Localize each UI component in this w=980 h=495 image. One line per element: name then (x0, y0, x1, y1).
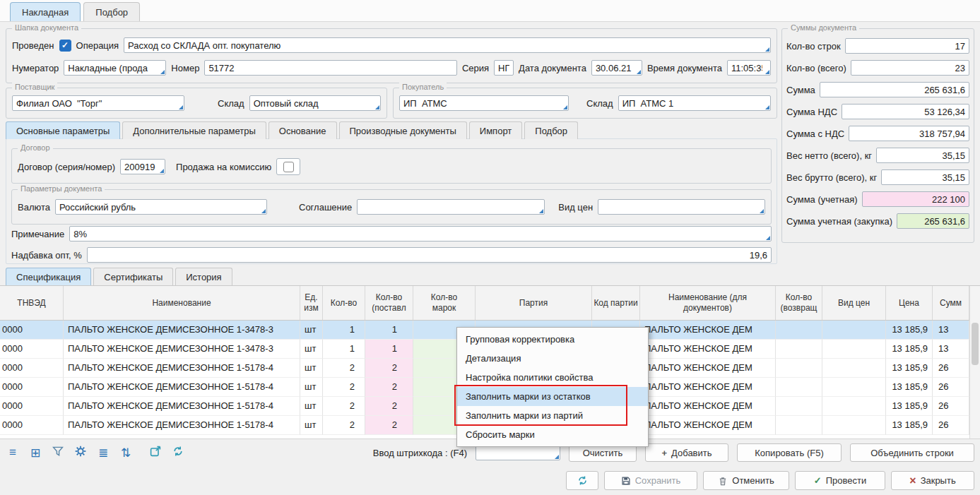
table-cell[interactable]: шт (300, 321, 323, 340)
context-menu-item[interactable]: Заполнить марки из партий (457, 406, 648, 425)
tab-certificates[interactable]: Сертификаты (93, 268, 173, 285)
vertical-scrollbar[interactable] (969, 286, 980, 439)
table-cell[interactable]: 2 (323, 416, 365, 435)
table-cell[interactable]: 2 (365, 359, 413, 378)
table-cell[interactable]: ПАЛЬТО ЖЕНСКОЕ ДЕМ (640, 416, 776, 435)
doc-date-input[interactable] (591, 60, 642, 76)
commission-checkbox[interactable] (283, 162, 294, 172)
table-cell[interactable]: шт (300, 416, 323, 435)
context-menu-item[interactable]: Настройка политики свойства (457, 368, 648, 387)
table-cell[interactable]: 13 185,9 (886, 321, 933, 340)
cancel-button[interactable]: Отменить (703, 471, 789, 490)
table-cell[interactable]: 13 185,9 (886, 397, 933, 416)
column-header[interactable]: Кол-во (323, 286, 365, 320)
table-cell[interactable]: ПАЛЬТО ЖЕНСКОЕ ДЕМИСЕЗОННОЕ 1-5178-4 (64, 416, 300, 435)
column-header[interactable]: Кол-во марок (413, 286, 476, 320)
close-button[interactable]: ×Закрыть (891, 471, 974, 490)
table-cell[interactable]: шт (300, 359, 323, 378)
merge-rows-button[interactable]: Объединить строки (850, 443, 974, 462)
table-cell[interactable]: 0000 (0, 340, 64, 359)
table-cell[interactable]: 2 (365, 416, 413, 435)
series-input[interactable] (494, 60, 514, 76)
table-cell[interactable]: 13 185,9 (886, 340, 933, 359)
tab-selection[interactable]: Подбор (524, 121, 578, 139)
table-cell[interactable] (776, 397, 822, 416)
column-header[interactable]: Партия (476, 286, 592, 320)
tab-derived-docs[interactable]: Производные документы (339, 121, 467, 139)
tab-history[interactable]: История (175, 268, 232, 285)
number-input[interactable] (204, 60, 457, 76)
table-view-icon[interactable]: ⊞ (28, 446, 42, 460)
note-input[interactable] (69, 226, 772, 241)
context-menu-item[interactable]: Сбросить марки (457, 425, 648, 444)
table-cell[interactable]: 0000 (0, 397, 64, 416)
table-cell[interactable]: 13 (933, 340, 969, 359)
table-cell[interactable] (822, 378, 886, 397)
table-cell[interactable]: 1 (365, 340, 413, 359)
copy-row-button[interactable]: Копировать (F5) (737, 443, 842, 462)
detail-view-icon[interactable]: ≡ (6, 446, 20, 460)
table-cell[interactable]: 2 (365, 397, 413, 416)
scrollbar-thumb[interactable] (972, 323, 979, 365)
table-cell[interactable]: шт (300, 340, 323, 359)
tab-nakladnaya[interactable]: Накладная (10, 2, 81, 21)
tab-podbor[interactable]: Подбор (83, 2, 140, 21)
table-cell[interactable] (822, 340, 886, 359)
sort-list-icon[interactable]: ⇅ (119, 446, 133, 460)
operation-input[interactable] (124, 37, 771, 53)
table-cell[interactable]: шт (300, 397, 323, 416)
column-header[interactable]: Кол-во (поставл (365, 286, 413, 320)
table-cell[interactable]: ПАЛЬТО ЖЕНСКОЕ ДЕМИСЕЗОННОЕ 1-5178-4 (64, 359, 300, 378)
context-menu-item[interactable]: Детализация (457, 349, 648, 368)
table-cell[interactable] (822, 416, 886, 435)
context-menu-item[interactable]: Заполнить марки из остатков (457, 387, 648, 406)
table-cell[interactable]: 13 (933, 321, 969, 340)
open-window-icon[interactable] (148, 446, 163, 460)
doc-time-input[interactable] (727, 60, 771, 76)
table-cell[interactable]: ПАЛЬТО ЖЕНСКОЕ ДЕМ (640, 378, 776, 397)
table-cell[interactable]: ПАЛЬТО ЖЕНСКОЕ ДЕМИСЕЗОННОЕ 1-5178-4 (64, 397, 300, 416)
table-cell[interactable]: шт (300, 378, 323, 397)
price-type-input[interactable] (598, 199, 765, 215)
table-cell[interactable] (776, 378, 822, 397)
post-button[interactable]: ✓Провести (795, 471, 885, 490)
table-cell[interactable]: 2 (323, 397, 365, 416)
tab-extra-params[interactable]: Дополнительные параметры (122, 121, 266, 139)
numbered-list-icon[interactable]: ≣ (96, 446, 110, 460)
table-cell[interactable]: 13 185,9 (886, 378, 933, 397)
table-cell[interactable]: 2 (323, 378, 365, 397)
table-cell[interactable] (776, 340, 822, 359)
table-cell[interactable]: 26 (933, 378, 969, 397)
column-header[interactable]: Вид цен (822, 286, 886, 320)
table-cell[interactable]: ПАЛЬТО ЖЕНСКОЕ ДЕМ (640, 397, 776, 416)
column-header[interactable]: ТНВЭД (0, 286, 64, 320)
table-cell[interactable]: 0000 (0, 416, 64, 435)
table-cell[interactable]: 26 (933, 416, 969, 435)
column-header[interactable]: Код партии (592, 286, 640, 320)
table-cell[interactable]: ПАЛЬТО ЖЕНСКОЕ ДЕМ (640, 359, 776, 378)
proveden-checkbox[interactable] (59, 40, 71, 52)
tab-main-params[interactable]: Основные параметры (6, 121, 120, 139)
save-button[interactable]: Сохранить (604, 471, 697, 490)
buyer-input[interactable] (399, 95, 569, 111)
table-cell[interactable]: 0000 (0, 378, 64, 397)
table-cell[interactable]: ПАЛЬТО ЖЕНСКОЕ ДЕМИСЕЗОННОЕ 1-3478-3 (64, 340, 300, 359)
currency-input[interactable] (55, 199, 267, 215)
agreement-input[interactable] (357, 199, 545, 215)
table-cell[interactable]: ПАЛЬТО ЖЕНСКОЕ ДЕМ (640, 321, 776, 340)
table-cell[interactable] (822, 397, 886, 416)
table-cell[interactable]: 0000 (0, 321, 64, 340)
table-cell[interactable]: 26 (933, 359, 969, 378)
table-cell[interactable] (822, 359, 886, 378)
table-cell[interactable] (776, 359, 822, 378)
filter-icon[interactable] (51, 446, 65, 460)
column-header[interactable]: Кол-во (возвращ (776, 286, 822, 320)
table-cell[interactable]: 26 (933, 397, 969, 416)
table-cell[interactable]: 0000 (0, 359, 64, 378)
table-cell[interactable]: 1 (365, 321, 413, 340)
table-cell[interactable]: 2 (323, 359, 365, 378)
table-cell[interactable]: 2 (365, 378, 413, 397)
table-cell[interactable]: 13 185,9 (886, 416, 933, 435)
table-cell[interactable]: ПАЛЬТО ЖЕНСКОЕ ДЕМИСЕЗОННОЕ 1-3478-3 (64, 321, 300, 340)
tab-basis[interactable]: Основание (268, 121, 337, 139)
